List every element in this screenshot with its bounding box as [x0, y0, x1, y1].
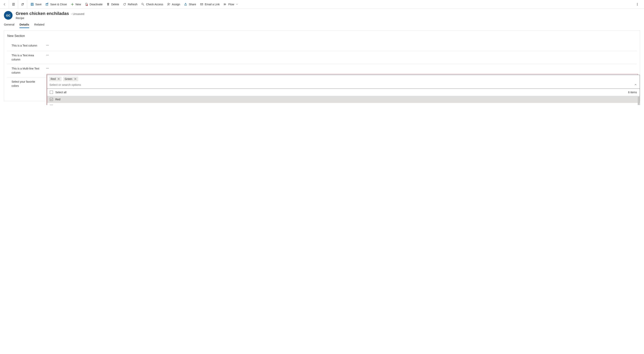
popout-icon: [21, 3, 24, 6]
selected-chips: Red Green: [47, 75, 640, 82]
page-icon: [12, 3, 15, 6]
tab-related[interactable]: Related: [34, 22, 44, 28]
avatar: GC: [4, 11, 12, 20]
command-list: Save Save & Close New Deactivate Delete …: [27, 0, 644, 9]
deactivate-label: Deactivate: [90, 3, 102, 6]
field-text-column: This is a Text column ---: [7, 41, 637, 51]
email-link-label: Email a Link: [205, 3, 220, 6]
new-button[interactable]: New: [71, 3, 81, 6]
option-blue[interactable]: Blue: [47, 103, 640, 105]
assign-label: Assign: [172, 3, 180, 6]
mail-icon: [200, 3, 203, 6]
svg-rect-4: [32, 5, 33, 6]
assign-icon: [167, 3, 170, 6]
form-section-card: New Section This is a Text column --- Th…: [4, 31, 640, 101]
form-tabs: General Details Related: [4, 22, 640, 28]
plus-icon: [71, 3, 74, 6]
assign-button[interactable]: Assign: [167, 3, 180, 6]
combo-search-input[interactable]: [49, 83, 634, 87]
record-entity: Recipe: [16, 17, 84, 20]
save-close-button[interactable]: Save & Close: [46, 3, 67, 6]
field-text-area-column: This is a Text Area column ---: [7, 51, 637, 64]
arrow-left-icon: [3, 3, 6, 6]
trash-icon: [106, 3, 110, 6]
section-title: New Section: [7, 34, 637, 38]
tab-general[interactable]: General: [4, 22, 14, 28]
command-bar: Save Save & Close New Deactivate Delete …: [0, 0, 644, 9]
svg-rect-6: [46, 4, 47, 4]
item-count: 6 items: [628, 91, 637, 94]
option-red-checkbox[interactable]: [50, 98, 53, 101]
chevron-up-icon: [634, 83, 637, 86]
combo-toggle[interactable]: [634, 83, 637, 86]
select-all-checkbox[interactable]: [50, 91, 53, 94]
close-icon: [74, 78, 76, 80]
chip-red-remove[interactable]: [57, 78, 60, 80]
field-multiline-value[interactable]: ---: [44, 67, 637, 70]
back-button[interactable]: [0, 0, 9, 9]
flow-icon: [224, 3, 227, 6]
flow-label: Flow: [228, 3, 234, 6]
chip-red: Red: [49, 77, 62, 81]
flow-button[interactable]: Flow: [224, 3, 238, 6]
select-all-label[interactable]: Select all: [55, 91, 66, 94]
check-access-button[interactable]: Check Access: [141, 3, 163, 6]
save-close-icon: [46, 3, 49, 6]
email-link-button[interactable]: Email a Link: [200, 3, 220, 6]
share-icon: [184, 3, 187, 6]
tab-details[interactable]: Details: [20, 22, 29, 28]
field-text-area-value[interactable]: ---: [44, 53, 637, 57]
deactivate-icon: [85, 3, 88, 6]
field-text-value[interactable]: ---: [44, 44, 637, 47]
option-red[interactable]: Red: [47, 96, 640, 103]
save-button[interactable]: Save: [30, 3, 42, 6]
combo-dropdown-list: Select all 6 items Red Blue Green: [47, 89, 640, 105]
key-search-icon: [141, 3, 144, 6]
svg-point-11: [637, 3, 638, 4]
combo-scrollbar[interactable]: [638, 97, 639, 105]
record-header: GC Green chicken enchiladas - Unsaved Re…: [4, 11, 640, 20]
svg-point-12: [637, 4, 638, 5]
close-icon: [58, 78, 60, 80]
svg-rect-3: [32, 3, 33, 4]
record-title: Green chicken enchiladas: [16, 11, 69, 16]
delete-button[interactable]: Delete: [106, 3, 119, 6]
save-label: Save: [35, 3, 42, 6]
overflow-menu-button[interactable]: [634, 3, 640, 6]
refresh-icon: [123, 3, 126, 6]
delete-label: Delete: [111, 3, 119, 6]
deactivate-button[interactable]: Deactivate: [85, 3, 102, 6]
new-label: New: [76, 3, 81, 6]
refresh-button[interactable]: Refresh: [123, 3, 137, 6]
multiselect-combo[interactable]: Red Green: [47, 75, 640, 105]
form-selector-button[interactable]: [9, 0, 18, 9]
save-icon: [30, 3, 34, 6]
svg-point-13: [637, 5, 638, 6]
option-blue-checkbox[interactable]: [50, 105, 53, 105]
chip-green-remove[interactable]: [74, 78, 77, 80]
save-close-label: Save & Close: [50, 3, 67, 6]
share-button[interactable]: Share: [184, 3, 196, 6]
chevron-down-icon: [236, 3, 238, 6]
check-access-label: Check Access: [146, 3, 163, 6]
share-label: Share: [189, 3, 196, 6]
more-vertical-icon: [636, 3, 639, 6]
chip-green: Green: [63, 77, 78, 81]
popout-button[interactable]: [18, 0, 27, 9]
svg-point-9: [168, 3, 169, 4]
record-status: - Unsaved: [71, 12, 84, 16]
refresh-label: Refresh: [128, 3, 137, 6]
